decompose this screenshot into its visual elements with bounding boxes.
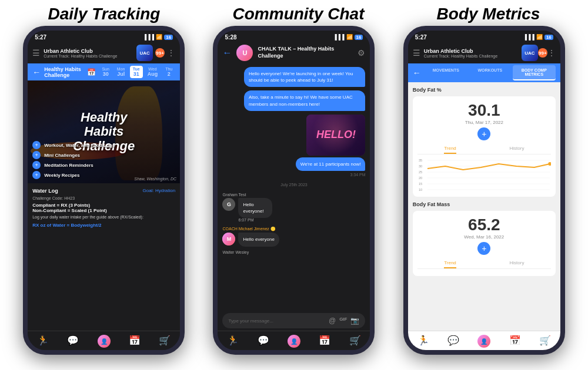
phone1-time: 5:27	[35, 34, 46, 41]
phone1-water-header: Water Log Goal: Hydration	[32, 188, 175, 194]
phone-body-metrics: 5:27 ▐▐▐ 📶 16 ☰ Urban Athletic Club Curr…	[403, 26, 565, 355]
message-timestamp: 3:34 PM	[350, 173, 365, 177]
history-tab-2[interactable]: History	[510, 258, 524, 268]
phone1-dots-menu[interactable]: ⋮	[167, 48, 175, 58]
cal-day-sun[interactable]: Sun 30	[99, 66, 112, 78]
history-tab[interactable]: History	[510, 144, 524, 154]
wifi-icon: 📶	[536, 34, 543, 40]
nav3-avatar[interactable]: 👤	[477, 335, 490, 348]
tab-workouts[interactable]: WORKOUTS	[469, 65, 512, 80]
tab-body-comp[interactable]: BODY COMP METRICS	[513, 65, 556, 80]
phone3-dots-menu[interactable]: ⋮	[547, 48, 556, 58]
nav2-calendar-icon[interactable]: 📅	[319, 335, 330, 348]
phone1-back-button[interactable]: ←	[32, 68, 41, 77]
phone1-screen: 5:27 ▐▐▐ 📶 16 ☰ Urban Athletic Club Curr…	[28, 31, 180, 350]
nav3-shop-icon[interactable]: 🛒	[539, 335, 551, 348]
phone2-back-button[interactable]: ←	[222, 48, 232, 58]
gif-icon[interactable]: GIF	[339, 317, 347, 325]
sender2-name: COACH Michael Jimenez 🟡	[222, 227, 365, 231]
menu-item-workout[interactable]: + Workout, Water, and Food Logs	[32, 141, 175, 149]
cal-day-abbr: Mon	[117, 67, 125, 71]
phone2-chat-avatar: U	[236, 45, 253, 61]
message-text-2: Also, take a minute to say hi! We have s…	[249, 95, 353, 106]
phone1-club-info: Urban Athletic Club Current Track: Healt…	[44, 48, 117, 58]
menu-item-text-3: Meditation Reminders	[44, 163, 93, 168]
gif-section: HELLO! We're at 11 participants now! 3:3…	[222, 115, 365, 177]
menu-item-challenges[interactable]: + Mini Challenges	[32, 151, 175, 159]
add-body-fat-button[interactable]: +	[477, 127, 490, 140]
cal-day-abbr: Thu	[165, 67, 172, 71]
compliant-text: Compliant = RX (3 Points)	[32, 203, 175, 208]
input-icons: @ GIF 📷	[329, 317, 360, 325]
add-body-fat-mass-button[interactable]: +	[477, 242, 490, 255]
nav-avatar[interactable]: 👤	[98, 335, 111, 348]
svg-text:25: 25	[419, 170, 422, 174]
phone3-tabs: MOVEMENTS WORKOUTS BODY COMP METRICS	[425, 65, 556, 80]
message-input-placeholder[interactable]: Type your message...	[228, 318, 323, 324]
phone1-bottom-nav: 🏃 💬 👤 📅 🛒	[28, 331, 180, 350]
phone3-notif-badge[interactable]: 99+	[538, 48, 547, 58]
nav-calendar-icon[interactable]: 📅	[129, 335, 141, 348]
body-fat-chart: 35 30 25 20 15 10	[417, 157, 551, 192]
phone1-notif-badge[interactable]: 99+	[155, 48, 165, 58]
body-metrics-header: Body Metrics	[437, 5, 540, 23]
body-fat-percent-value: 30.1	[417, 101, 551, 120]
camera-icon[interactable]: 📷	[350, 317, 359, 325]
nav-shop-icon[interactable]: 🛒	[159, 335, 171, 348]
hamburger-icon[interactable]: ☰	[32, 48, 40, 58]
nav2-avatar[interactable]: 👤	[288, 335, 300, 348]
points-text: Compliant = RX (3 Points) Non-Compliant …	[32, 203, 175, 213]
phones-container: 5:27 ▐▐▐ 📶 16 ☰ Urban Athletic Club Curr…	[0, 26, 588, 370]
phone1-status-icons: ▐▐▐ 📶 16	[143, 34, 173, 40]
sender2-avatar: M	[222, 233, 235, 245]
at-icon[interactable]: @	[329, 317, 336, 325]
phone1-club-header: ☰ Urban Athletic Club Current Track: Hea…	[28, 42, 180, 63]
message-right-1: Hello everyone! We're launching in one w…	[244, 67, 366, 87]
phone1-challenge-title: Healthy Habits Challenge	[44, 66, 83, 78]
nav2-shop-icon[interactable]: 🛒	[349, 335, 361, 348]
tab-movements[interactable]: MOVEMENTS	[425, 65, 467, 80]
cal-day-thu[interactable]: Thu 2	[162, 66, 175, 78]
nav2-chat-icon[interactable]: 💬	[258, 335, 269, 348]
nav-chat-icon[interactable]: 💬	[67, 335, 79, 348]
phone2-messages: Hello everyone! We're launching in one w…	[218, 63, 370, 311]
phone3-club-header: ☰ Urban Athletic Club Current Track: Hea…	[408, 42, 560, 63]
nav2-home-icon[interactable]: 🏃	[227, 335, 239, 348]
cal-day-num: Aug	[148, 71, 158, 77]
body-fat-mass-trend-toggle: Trend History	[417, 258, 551, 269]
signal-icon: ▐▐▐	[143, 34, 154, 40]
date-divider: July 25th 2023	[222, 183, 365, 187]
phone1-hero: HealthyHabitsChallenge + Workout, Water,…	[28, 80, 180, 183]
phone3-hamburger-icon[interactable]: ☰	[413, 48, 420, 58]
phone1-header-right: UAC 99+ ⋮	[136, 45, 175, 61]
phone2-bottom-nav: 🏃 💬 👤 📅 🛒	[218, 331, 370, 350]
nav3-home-icon[interactable]: 🏃	[417, 335, 429, 348]
menu-item-meditation[interactable]: + Meditation Reminders	[32, 161, 175, 169]
phone2-input-bar[interactable]: Type your message... @ GIF 📷	[222, 313, 365, 328]
phone2-screen: 5:28 ▐▐▐ 📶 16 ← U CHALK TALK – Healthy H…	[218, 31, 370, 350]
nav3-calendar-icon[interactable]: 📅	[509, 335, 521, 348]
phone3-club-sub: Current Track: Healthy Habits Challenge	[424, 54, 522, 58]
cal-day-tue[interactable]: Tue 31	[130, 66, 143, 78]
cal-day-wed[interactable]: Wed Aug	[145, 66, 161, 78]
phone1-calendar-bar: ← Healthy Habits Challenge 📅 Sun 30 Mon …	[28, 63, 180, 80]
cal-day-abbr: Sun	[102, 67, 109, 71]
phone3-club-info: Urban Athletic Club Current Track: Healt…	[420, 48, 522, 58]
trend-tab-2[interactable]: Trend	[444, 258, 456, 268]
nav3-chat-icon[interactable]: 💬	[447, 335, 459, 348]
water-desc: Log your daily water intake per the guid…	[32, 214, 175, 220]
phone3-back-button[interactable]: ←	[413, 68, 421, 78]
svg-text:30: 30	[419, 164, 423, 168]
wifi-icon: 📶	[156, 34, 162, 40]
message-gif: HELLO!	[306, 115, 365, 156]
nav-home-icon[interactable]: 🏃	[37, 335, 49, 348]
svg-point-12	[548, 162, 551, 166]
phone2-settings-icon[interactable]: ⚙	[358, 48, 365, 58]
sender1-name: Graham Test	[222, 193, 365, 197]
signal-icon: ▐▐▐	[333, 34, 344, 40]
phone1-club-sub: Current Track: Healthy Habits Challenge	[44, 54, 117, 58]
cal-day-mon[interactable]: Mon Jul	[115, 66, 128, 78]
calendar-icon[interactable]: 📅	[87, 68, 96, 76]
trend-tab[interactable]: Trend	[444, 144, 456, 154]
message-right-2: Also, take a minute to say hi! We have s…	[244, 90, 366, 110]
